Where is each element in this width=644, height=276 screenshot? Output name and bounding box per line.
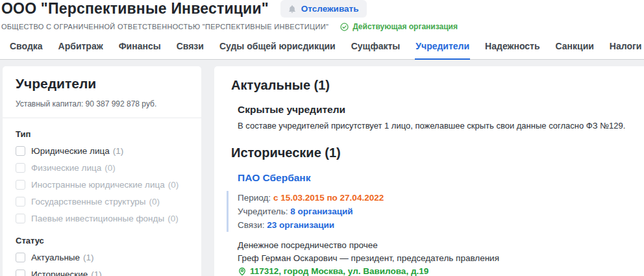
filters-sidebar: Учредители Уставный капитал: 90 387 992 … <box>3 66 201 276</box>
filter-group-type-title: Тип <box>16 129 188 139</box>
tab-svyazi[interactable]: Связи <box>176 40 204 60</box>
filter-count: (1) <box>91 270 102 276</box>
hidden-founders-title: Скрытые учредители <box>238 104 628 116</box>
checkbox[interactable] <box>16 146 25 156</box>
filter-count: (1) <box>113 146 124 156</box>
charter-capital: Уставный капитал: 90 387 992 878 руб. <box>16 99 188 108</box>
company-link[interactable]: ПАО Сбербанк <box>238 172 310 183</box>
filter-group-status-title: Статус <box>16 236 188 245</box>
content-area: Учредители Уставный капитал: 90 387 992 … <box>0 60 644 276</box>
links-label: Связи: <box>238 220 265 230</box>
bell-icon <box>288 5 297 14</box>
check-circle-icon <box>340 23 349 31</box>
sidebar-title: Учредители <box>16 76 188 92</box>
tab-svodka[interactable]: Сводка <box>9 40 43 60</box>
tab-arbitrazh[interactable]: Арбитраж <box>58 40 104 60</box>
checkbox[interactable] <box>16 270 25 276</box>
address-text: 117312, город Москва, ул. Вавилова, д.19 <box>250 265 428 276</box>
tab-suschfakty[interactable]: Сущфакты <box>351 40 401 60</box>
historical-heading: Исторические (1) <box>231 145 628 160</box>
page-header: ООО "Перспективные Инвестиции" Отслежива… <box>0 0 644 31</box>
period-row: Период: с 15.03.2015 по 27.04.2022 <box>238 191 628 205</box>
founder-orgs-link[interactable]: 8 организаций <box>290 207 353 216</box>
filter-individuals[interactable]: Физические лица (0) <box>16 163 188 173</box>
founder-label: Учредитель: <box>238 207 288 216</box>
company-details: Денежное посредничество прочее Греф Герм… <box>238 239 628 276</box>
status-badge-label: Действующая организация <box>353 22 458 31</box>
filter-count: (1) <box>83 253 94 262</box>
filter-foreign-entities[interactable]: Иностранные юридические лица (0) <box>16 180 188 190</box>
track-button-label: Отслеживать <box>301 4 359 14</box>
filter-legal-entities[interactable]: Юридические лица (1) <box>16 146 188 156</box>
checkbox[interactable] <box>16 253 25 262</box>
sidebar-divider <box>3 118 201 118</box>
actual-heading: Актуальные (1) <box>231 78 628 93</box>
founders-panel: Актуальные (1) Скрытые учредители В сост… <box>214 66 644 276</box>
tab-uchrediteli[interactable]: Учредители <box>415 40 470 60</box>
filter-count: (0) <box>168 180 179 190</box>
period-block: Период: с 15.03.2015 по 27.04.2022 Учред… <box>227 191 628 232</box>
checkbox[interactable] <box>16 163 25 173</box>
track-button[interactable]: Отслеживать <box>280 0 367 18</box>
period-label: Период: <box>238 193 271 203</box>
filter-actual[interactable]: Актуальные (1) <box>16 253 188 262</box>
company-full-name: ОБЩЕСТВО С ОГРАНИЧЕННОЙ ОТВЕТСТВЕННОСТЬЮ… <box>1 23 328 31</box>
tab-finansy[interactable]: Финансы <box>118 40 162 60</box>
filter-count: (0) <box>167 214 179 223</box>
tab-sudy[interactable]: Суды общей юрисдикции <box>219 40 336 60</box>
tab-bar: Сводка Арбитраж Финансы Связи Суды общей… <box>0 40 644 60</box>
company-title: ООО "Перспективные Инвестиции" <box>1 0 269 18</box>
checkbox[interactable] <box>16 180 25 190</box>
filter-investment-funds[interactable]: Паевые инвестиционные фонды (0) <box>16 214 188 223</box>
filter-count: (0) <box>149 197 160 207</box>
tab-nadezhnost[interactable]: Надежность <box>484 40 540 60</box>
tab-nalogi[interactable]: Налоги <box>609 40 643 60</box>
tab-sankcii[interactable]: Санкции <box>555 40 595 60</box>
founder-row: Учредитель: 8 организаций <box>238 205 628 218</box>
links-orgs-link[interactable]: 23 организации <box>267 220 334 230</box>
hidden-founders-block: Скрытые учредители В составе учредителей… <box>238 104 628 131</box>
filter-historical[interactable]: Исторические (1) <box>16 270 188 276</box>
hidden-founders-text: В составе учредителей присутствует 1 лиц… <box>238 121 628 131</box>
ceo-text: Греф Герман Оскарович — президент, предс… <box>238 252 628 265</box>
founder-entity: ПАО Сбербанк Период: с 15.03.2015 по 27.… <box>238 172 628 276</box>
address-row: 117312, город Москва, ул. Вавилова, д.19 <box>238 265 628 276</box>
filter-count: (0) <box>105 163 116 173</box>
status-badge: Действующая организация <box>340 22 458 31</box>
activity-text: Денежное посредничество прочее <box>238 239 628 252</box>
checkbox[interactable] <box>16 214 25 223</box>
location-pin-icon <box>238 267 247 276</box>
links-row: Связи: 23 организации <box>238 218 628 232</box>
period-value: с 15.03.2015 по 27.04.2022 <box>273 193 384 203</box>
checkbox[interactable] <box>16 197 25 207</box>
filter-state-structures[interactable]: Государственные структуры (0) <box>16 197 188 207</box>
